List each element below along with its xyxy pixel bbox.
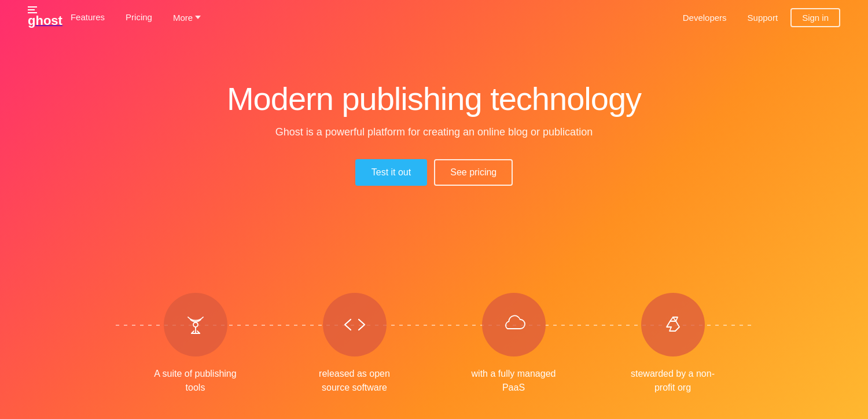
publishing-tools-icon-circle	[164, 293, 227, 356]
nav-support[interactable]: Support	[740, 8, 786, 27]
chevron-down-icon	[195, 16, 201, 19]
hero-subtitle: Ghost is a powerful platform for creatin…	[275, 126, 593, 138]
antenna-icon	[182, 311, 209, 338]
open-source-icon-circle	[323, 293, 387, 356]
nav-links: Features Pricing More	[62, 8, 209, 27]
feature-items: A suite of publishing tools released as …	[116, 293, 752, 395]
feature-paas: with a fully managed PaaS	[434, 293, 593, 395]
recycle-icon	[660, 311, 686, 338]
feature-nonprofit: stewarded by a non-profit org	[593, 293, 752, 395]
nav-more[interactable]: More	[165, 8, 209, 27]
code-icon	[341, 311, 368, 338]
nav-pricing[interactable]: Pricing	[117, 8, 160, 27]
nav-developers[interactable]: Developers	[675, 8, 735, 27]
see-pricing-button[interactable]: See pricing	[434, 159, 513, 186]
publishing-tools-label: A suite of publishing tools	[149, 367, 242, 395]
nonprofit-icon-circle	[641, 293, 705, 356]
feature-open-source: released as open source software	[275, 293, 434, 395]
features-section: A suite of publishing tools released as …	[0, 269, 868, 419]
paas-icon-circle	[482, 293, 546, 356]
svg-point-0	[193, 322, 198, 327]
cloud-icon	[501, 311, 527, 338]
nav-right: Developers Support Sign in	[675, 8, 840, 27]
logo[interactable]: ghost	[28, 6, 62, 28]
nonprofit-label: stewarded by a non-profit org	[627, 367, 719, 395]
test-it-out-button[interactable]: Test it out	[355, 159, 427, 186]
nav-features[interactable]: Features	[62, 8, 113, 27]
feature-publishing-tools: A suite of publishing tools	[116, 293, 275, 395]
signin-button[interactable]: Sign in	[790, 8, 840, 27]
hero-buttons: Test it out See pricing	[355, 159, 513, 186]
paas-label: with a fully managed PaaS	[468, 367, 560, 395]
hero-title: Modern publishing technology	[227, 81, 641, 117]
open-source-label: released as open source software	[308, 367, 401, 395]
logo-icon	[28, 6, 62, 13]
features-inner: A suite of publishing tools released as …	[116, 293, 752, 395]
navbar: ghost Features Pricing More Developers S…	[0, 0, 868, 35]
hero-section: Modern publishing technology Ghost is a …	[0, 35, 868, 209]
logo-text: ghost	[28, 13, 62, 28]
